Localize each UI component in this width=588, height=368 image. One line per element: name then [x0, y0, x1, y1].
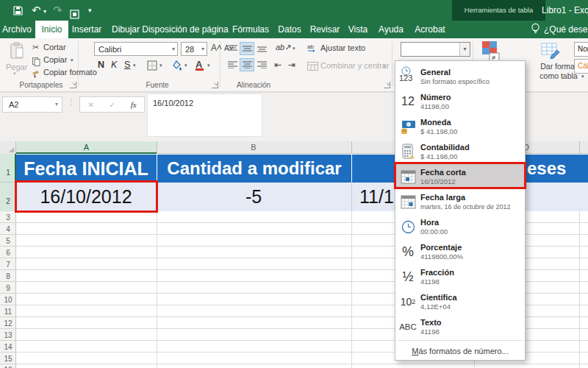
- tab-insertar[interactable]: Insertar: [72, 21, 102, 38]
- menu-item-contabilidad[interactable]: Contabilidad$ 41.198,00: [395, 139, 525, 164]
- cut-button[interactable]: Cortar: [43, 43, 66, 52]
- increase-font-icon[interactable]: A˄: [211, 43, 222, 53]
- orientation-dropdown-icon[interactable]: ▾: [293, 46, 295, 52]
- tab-formulas[interactable]: Fórmulas: [232, 21, 269, 38]
- row-header-15[interactable]: 15: [0, 355, 16, 363]
- menu-item-fraccion[interactable]: ½ Fracción41198: [395, 264, 525, 289]
- tab-ayuda[interactable]: Ayuda: [379, 21, 404, 38]
- insert-function-icon[interactable]: fx: [131, 100, 137, 109]
- italic-button[interactable]: K: [111, 60, 117, 70]
- tab-dibujar[interactable]: Dibujar: [112, 21, 140, 38]
- menu-item-moneda[interactable]: Moneda$ 41.198,00: [395, 114, 525, 139]
- copy-dropdown-icon[interactable]: ▾: [71, 57, 74, 63]
- bold-button[interactable]: N: [98, 60, 104, 70]
- font-family-select[interactable]: Calibri▾: [94, 42, 178, 56]
- row-header-4[interactable]: 4: [0, 225, 16, 233]
- undo-dropdown-icon[interactable]: ▾: [43, 1, 46, 22]
- tab-archivo[interactable]: Archivo: [2, 21, 32, 38]
- menu-item-numero[interactable]: 12 Número41198,00: [395, 89, 525, 114]
- cell-d1-fragment[interactable]: eses: [527, 155, 566, 183]
- paste-dropdown-icon[interactable]: ▾: [13, 71, 16, 77]
- number-format-select[interactable]: ▾: [401, 42, 470, 57]
- cut-icon[interactable]: ✂: [32, 43, 39, 52]
- row-header-11[interactable]: 11: [0, 308, 16, 316]
- row-header-1[interactable]: 1: [0, 169, 16, 177]
- row-header-8[interactable]: 8: [0, 272, 16, 280]
- tab-acrobat[interactable]: Acrobat: [415, 21, 445, 38]
- align-bottom-icon[interactable]: [255, 43, 268, 54]
- name-box[interactable]: A2 ▾: [2, 96, 62, 113]
- more-number-formats-button[interactable]: Más formatos de número...: [395, 342, 525, 360]
- decrease-indent-icon[interactable]: ⇤: [274, 60, 282, 70]
- menu-item-porcentaje[interactable]: % Porcentaje4119800,00%: [395, 239, 525, 264]
- wrap-text-icon[interactable]: ab: [307, 42, 318, 55]
- formula-bar-splitter[interactable]: ⋮: [68, 98, 74, 106]
- borders-icon[interactable]: [147, 60, 157, 74]
- menu-item-cientifica[interactable]: 102 Científica4,12E+04: [395, 289, 525, 314]
- row-header-7[interactable]: 7: [0, 261, 16, 269]
- underline-dropdown-icon[interactable]: ▾: [133, 63, 136, 68]
- column-header-b[interactable]: B: [251, 141, 256, 154]
- cell-b2[interactable]: -5: [245, 183, 262, 211]
- row-header-13[interactable]: 13: [0, 331, 16, 339]
- wrap-text-button[interactable]: Ajustar texto: [320, 43, 365, 52]
- select-all-corner[interactable]: [0, 141, 16, 154]
- tab-inicio[interactable]: Inicio: [35, 21, 68, 38]
- save-icon[interactable]: [13, 0, 23, 23]
- cell-style-calculo[interactable]: Cálc: [574, 59, 588, 74]
- borders-dropdown-icon[interactable]: ▾: [159, 63, 162, 68]
- clipboard-dialog-launcher-icon[interactable]: ↘: [70, 82, 76, 88]
- cell-c2-fragment[interactable]: 11/1: [359, 183, 394, 211]
- format-as-table-icon[interactable]: [541, 41, 560, 62]
- font-color-icon[interactable]: A: [196, 59, 204, 71]
- underline-button[interactable]: S: [124, 60, 130, 70]
- format-painter-button[interactable]: Copiar formato: [43, 68, 97, 77]
- align-right-icon[interactable]: [255, 59, 268, 71]
- row-header-3[interactable]: 3: [0, 213, 16, 222]
- paste-button[interactable]: Pegar: [6, 63, 27, 71]
- formula-input[interactable]: 16/10/2012: [147, 93, 262, 137]
- font-color-dropdown-icon[interactable]: ▾: [207, 63, 210, 68]
- row-header-10[interactable]: 10: [0, 296, 16, 304]
- row-header-14[interactable]: 14: [0, 343, 16, 351]
- tell-me-box[interactable]: ¿Qué desea h: [544, 21, 588, 38]
- font-dialog-launcher-icon[interactable]: ↘: [212, 82, 218, 88]
- copy-icon[interactable]: [32, 56, 40, 69]
- tab-revisar[interactable]: Revisar: [310, 21, 340, 38]
- row-header-9[interactable]: 9: [0, 284, 16, 292]
- cell-a1[interactable]: Fecha INICIAL: [24, 155, 148, 183]
- format-as-table-button-line2[interactable]: como tabla: [539, 71, 577, 80]
- menu-item-texto[interactable]: ABC Texto41198: [395, 314, 525, 339]
- redo-icon[interactable]: ↷: [53, 0, 62, 21]
- number-format-dropdown-icon[interactable]: ▾: [459, 43, 470, 56]
- row-header-2[interactable]: 2: [0, 197, 16, 205]
- align-center-icon[interactable]: [240, 59, 254, 71]
- copy-button[interactable]: Copiar: [43, 55, 67, 64]
- fill-color-dropdown-icon[interactable]: ▾: [184, 63, 187, 68]
- tab-datos[interactable]: Datos: [278, 21, 301, 38]
- chevron-down-icon[interactable]: ▾: [199, 46, 207, 52]
- format-painter-icon[interactable]: [32, 68, 41, 82]
- undo-icon[interactable]: ↶: [32, 0, 41, 21]
- row-header-12[interactable]: 12: [0, 319, 16, 328]
- tab-vista[interactable]: Vista: [348, 21, 368, 38]
- increase-indent-icon[interactable]: ⇥: [288, 60, 295, 70]
- fill-color-icon[interactable]: [171, 60, 182, 74]
- align-middle-icon[interactable]: [240, 43, 254, 54]
- orientation-icon[interactable]: ab↗: [276, 43, 291, 52]
- tab-disposicion[interactable]: Disposición de página: [142, 21, 228, 38]
- align-left-icon[interactable]: [226, 59, 239, 71]
- row-header-5[interactable]: 5: [0, 237, 16, 245]
- menu-item-fecha-larga[interactable]: Fecha largamartes, 16 de octubre de 2012: [395, 189, 525, 214]
- cell-style-normal[interactable]: Nor: [574, 42, 588, 57]
- column-header-a[interactable]: A: [16, 141, 157, 154]
- align-top-icon[interactable]: [226, 43, 239, 54]
- font-size-select[interactable]: 28▾: [181, 42, 207, 56]
- alignment-dialog-launcher-icon[interactable]: ↘: [384, 82, 390, 88]
- customize-qat-icon[interactable]: ▾: [88, 0, 92, 21]
- format-as-table-dropdown-icon[interactable]: ▾: [581, 74, 584, 79]
- menu-item-general[interactable]: 123 GeneralSin formato específico: [395, 64, 525, 89]
- menu-item-hora[interactable]: Hora00:00:00: [395, 214, 525, 239]
- paste-clipboard-icon[interactable]: [10, 42, 24, 63]
- chevron-down-icon[interactable]: ▾: [170, 46, 177, 52]
